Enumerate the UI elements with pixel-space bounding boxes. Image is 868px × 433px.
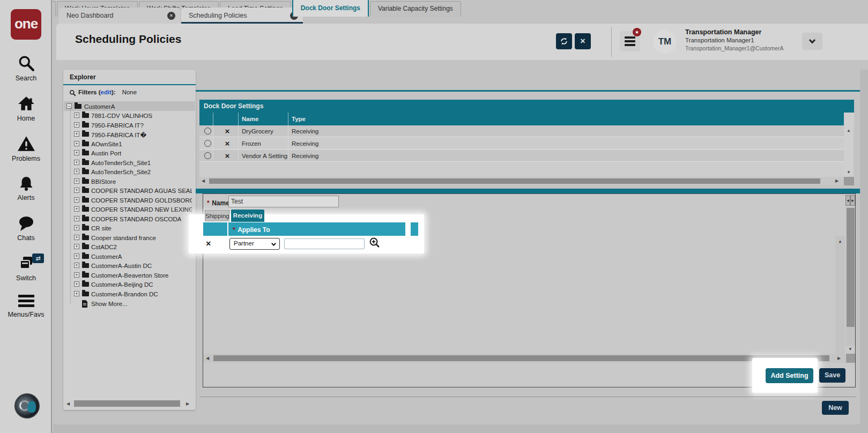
applies-to-search-input[interactable] bbox=[284, 238, 365, 249]
sidebar-item-alerts[interactable]: Alerts bbox=[0, 175, 52, 201]
radio-button[interactable] bbox=[204, 152, 211, 159]
cell-type: Receiving bbox=[288, 125, 844, 137]
user-name: Transportation Manager1 bbox=[685, 37, 754, 43]
scroll-up-icon[interactable]: ▲ bbox=[847, 129, 851, 133]
expand-icon[interactable]: + bbox=[74, 225, 79, 230]
delete-row-icon[interactable]: × bbox=[225, 139, 230, 147]
filters-label-suffix: ): bbox=[112, 89, 116, 95]
new-button[interactable]: New bbox=[822, 401, 849, 415]
table-row[interactable]: × DryGrocery Receiving bbox=[199, 125, 844, 137]
workspace-tab-scheduling-policies[interactable]: Scheduling Policies × bbox=[181, 8, 303, 24]
expand-icon[interactable]: + bbox=[74, 206, 79, 212]
expand-icon[interactable]: + bbox=[74, 244, 79, 249]
scroll-right-icon[interactable]: ▶ bbox=[835, 179, 839, 183]
grid-hscroll-thumb[interactable] bbox=[209, 178, 820, 184]
expand-icon[interactable]: + bbox=[74, 188, 79, 193]
expand-icon[interactable]: + bbox=[74, 197, 79, 203]
sidebar-item-home[interactable]: Home bbox=[0, 94, 52, 122]
bell-icon bbox=[18, 175, 35, 192]
application-window: one Search Home Problems Alerts Chats Sw… bbox=[0, 0, 868, 433]
radio-button[interactable] bbox=[204, 128, 211, 135]
expand-icon[interactable]: + bbox=[74, 160, 79, 165]
expand-icon[interactable]: + bbox=[74, 216, 79, 221]
zoom-lookup-icon[interactable] bbox=[369, 237, 381, 249]
delete-row-icon[interactable]: × bbox=[225, 152, 230, 160]
grid-vscroll-track[interactable] bbox=[844, 125, 854, 177]
applies-grid-vscroll-track[interactable] bbox=[835, 236, 845, 354]
neo-assistant-avatar[interactable] bbox=[14, 393, 40, 419]
expand-icon[interactable]: + bbox=[74, 150, 79, 155]
cell-type: Receiving bbox=[288, 138, 844, 149]
expand-icon[interactable]: + bbox=[74, 141, 79, 146]
name-input[interactable] bbox=[228, 196, 339, 207]
explorer-hscroll-thumb[interactable] bbox=[74, 400, 180, 407]
sidebar-item-switch[interactable]: Switch bbox=[0, 255, 52, 282]
table-row[interactable]: × Frozen Receiving bbox=[199, 138, 844, 150]
delete-row-icon[interactable]: × bbox=[225, 127, 230, 135]
expand-icon[interactable]: + bbox=[74, 272, 79, 278]
sidebar: one Search Home Problems Alerts Chats Sw… bbox=[0, 0, 52, 433]
user-menu-chevron-button[interactable] bbox=[802, 33, 822, 50]
workspace-tab-label: Neo Dashboard bbox=[66, 12, 114, 19]
radio-button[interactable] bbox=[204, 140, 211, 147]
one-logo[interactable]: one bbox=[11, 9, 41, 40]
close-page-button[interactable]: × bbox=[575, 33, 591, 49]
close-tab-icon[interactable]: × bbox=[167, 12, 175, 20]
scroll-down-icon[interactable]: ▼ bbox=[847, 170, 851, 175]
scroll-left-icon[interactable]: ◀ bbox=[66, 402, 70, 406]
sidebar-item-chats[interactable]: Chats bbox=[0, 215, 52, 242]
expand-icon[interactable]: + bbox=[74, 122, 79, 128]
sidebar-item-label: Problems bbox=[0, 155, 52, 162]
main-tabs-underline bbox=[196, 90, 860, 92]
expand-icon[interactable]: + bbox=[74, 235, 79, 240]
scroll-right-icon[interactable]: ▶ bbox=[186, 402, 189, 406]
sidebar-item-problems[interactable]: Problems bbox=[0, 135, 52, 162]
switch-badge-icon[interactable]: ⇄ bbox=[32, 253, 44, 263]
tab-dock-door-settings[interactable]: Dock Door Settings bbox=[292, 0, 369, 17]
panel-vscroll-thumb[interactable] bbox=[847, 208, 855, 327]
scroll-left-icon: ◀ bbox=[847, 199, 849, 202]
delete-row-icon[interactable]: × bbox=[206, 240, 211, 248]
scroll-up-icon[interactable]: ▲ bbox=[838, 240, 842, 244]
expand-icon[interactable]: + bbox=[74, 178, 79, 184]
expand-icon[interactable]: + bbox=[74, 131, 79, 137]
page-title: Scheduling Policies bbox=[75, 33, 181, 46]
panel-hscroll-thumb[interactable] bbox=[213, 355, 829, 361]
menu-icon bbox=[17, 294, 35, 309]
scroll-left-icon[interactable]: ◀ bbox=[206, 356, 209, 361]
home-icon bbox=[17, 94, 35, 113]
tab-variable-capacity-settings[interactable]: Variable Capacity Settings bbox=[370, 1, 461, 17]
subtab-receiving[interactable]: Receiving bbox=[231, 210, 264, 222]
applies-to-type-select[interactable]: Partner bbox=[229, 238, 280, 250]
panel-collapse-right-button[interactable]: ▶ bbox=[850, 195, 855, 206]
add-setting-button[interactable]: Add Setting bbox=[766, 368, 813, 383]
filters-edit-link[interactable]: edit bbox=[101, 89, 112, 95]
expand-icon[interactable]: + bbox=[74, 169, 79, 174]
grid-header-type[interactable]: Type bbox=[288, 113, 844, 125]
table-row[interactable]: × Vendor A Setting Receiving bbox=[199, 150, 844, 162]
expand-icon[interactable]: + bbox=[74, 263, 79, 268]
scroll-down-icon[interactable]: ▼ bbox=[848, 347, 852, 352]
scroll-left-icon[interactable]: ◀ bbox=[202, 179, 205, 183]
panel-collapse-left-button[interactable]: ◀ bbox=[845, 195, 850, 206]
sidebar-item-menus[interactable]: Menus/Favs bbox=[0, 294, 52, 318]
user-avatar[interactable]: TM bbox=[653, 30, 677, 54]
scroll-right-icon[interactable]: ▶ bbox=[837, 356, 841, 361]
refresh-button[interactable] bbox=[556, 33, 572, 49]
close-icon: × bbox=[580, 36, 585, 46]
expand-icon[interactable]: + bbox=[74, 281, 79, 287]
expand-icon[interactable]: + bbox=[74, 253, 79, 259]
grid-title-bar: Dock Door Settings bbox=[199, 100, 854, 113]
sidebar-item-search[interactable]: Search bbox=[0, 54, 52, 82]
filters-row[interactable]: Filters (edit):None bbox=[78, 89, 137, 95]
grid-header-select bbox=[199, 113, 213, 125]
subtab-shipping[interactable]: Shipping bbox=[205, 210, 229, 221]
expand-icon[interactable]: + bbox=[74, 291, 79, 296]
sidebar-item-label: Chats bbox=[0, 234, 52, 242]
workspace-tab-neo-dashboard[interactable]: Neo Dashboard × bbox=[59, 8, 180, 24]
collapse-icon[interactable]: − bbox=[66, 103, 72, 109]
expand-icon[interactable]: + bbox=[74, 113, 79, 118]
save-button[interactable]: Save bbox=[819, 368, 845, 383]
tree-root-selection bbox=[64, 101, 195, 111]
grid-header-name[interactable]: Name bbox=[239, 113, 288, 125]
